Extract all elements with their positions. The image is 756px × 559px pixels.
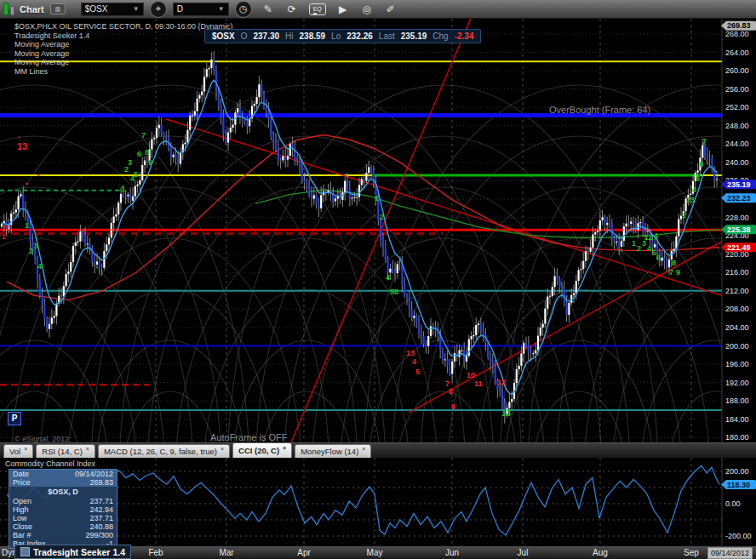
svg-text:4: 4 — [647, 244, 651, 253]
svg-text:4: 4 — [386, 273, 390, 282]
svg-text:8: 8 — [145, 148, 149, 157]
svg-text:244.00: 244.00 — [725, 140, 749, 148]
hi-label: Hi — [285, 31, 293, 41]
tab-macd[interactable]: MACD (12, 26, C, 9, false, true)× — [98, 444, 230, 458]
svg-text:13: 13 — [17, 141, 27, 151]
last-value: 235.19 — [401, 31, 427, 41]
quote-symbol: $OSX — [212, 31, 235, 41]
svg-text:1: 1 — [2, 233, 6, 241]
symbol-lookup-button[interactable]: ⌖ — [150, 1, 167, 18]
window-link-badge-icon[interactable]: ▥ — [50, 3, 66, 14]
month-label: Aug — [593, 548, 608, 557]
svg-text:5: 5 — [134, 170, 138, 179]
svg-text:235.19: 235.19 — [727, 180, 751, 189]
svg-text:13: 13 — [406, 349, 415, 357]
tab-moneyflow[interactable]: MoneyFlow (14)× — [295, 444, 371, 458]
svg-text:0.00: 0.00 — [725, 499, 741, 508]
interval-input[interactable]: D ▼ — [173, 3, 229, 16]
close-icon[interactable]: × — [220, 446, 224, 452]
legend-item: Tradesight Seeker 1.4 — [14, 31, 232, 41]
svg-text:12: 12 — [3, 224, 10, 231]
svg-text:1: 1 — [632, 239, 636, 248]
reload-button[interactable]: ⟳ — [284, 3, 301, 15]
indicator-tabbar: Vol× RSI (14, C)× MACD (12, 26, C, 9, fa… — [0, 442, 756, 458]
svg-text:8: 8 — [672, 259, 676, 267]
legend-item: MM Lines — [14, 67, 232, 77]
svg-text:118.30: 118.30 — [727, 481, 750, 489]
svg-text:12: 12 — [644, 233, 653, 242]
svg-text:7: 7 — [669, 268, 673, 277]
svg-text:248.00: 248.00 — [725, 122, 749, 130]
symbol-input[interactable]: $OSX ▼ — [81, 3, 144, 16]
svg-text:4: 4 — [654, 231, 658, 240]
interval-value: D — [177, 4, 183, 14]
svg-text:184.00: 184.00 — [725, 415, 749, 424]
tab-vol[interactable]: Vol× — [3, 444, 33, 458]
main-price-chart[interactable]: 1234123456789124581312345678912412345671… — [0, 19, 756, 442]
svg-text:269.83: 269.83 — [727, 21, 751, 30]
time-template-button[interactable]: ◷ — [235, 1, 252, 18]
eq-chat-button[interactable]: EQ — [309, 3, 326, 15]
svg-text:12: 12 — [497, 378, 506, 386]
svg-text:1: 1 — [682, 211, 686, 220]
copyright-label: © eSignal, 2012 — [14, 435, 69, 443]
svg-text:2: 2 — [380, 213, 384, 221]
svg-text:225.38: 225.38 — [727, 225, 751, 234]
month-label: Sep — [684, 548, 699, 557]
month-label: Jul — [518, 548, 529, 557]
svg-text:252.00: 252.00 — [725, 103, 749, 111]
p-badge[interactable]: P — [8, 412, 21, 425]
draw-pencil-button[interactable]: ✎ — [260, 3, 277, 15]
month-label: Feb — [148, 548, 163, 557]
svg-text:9: 9 — [451, 402, 455, 411]
svg-text:23: 23 — [686, 196, 695, 204]
alerts-button[interactable]: ◎ — [358, 3, 375, 15]
svg-text:216.00: 216.00 — [725, 268, 749, 277]
svg-text:•: • — [37, 171, 40, 179]
svg-text:2: 2 — [637, 244, 641, 253]
svg-text:13: 13 — [501, 408, 512, 418]
svg-text:7: 7 — [702, 138, 707, 147]
svg-text:196.00: 196.00 — [725, 360, 749, 368]
svg-text:208.00: 208.00 — [725, 305, 749, 313]
svg-text:240.00: 240.00 — [725, 158, 749, 167]
tab-rsi[interactable]: RSI (14, C)× — [36, 444, 95, 458]
svg-text:2: 2 — [29, 247, 33, 255]
quote-bar: $OSX O 237.30 Hi 238.59 Lo 232.26 Last 2… — [204, 29, 481, 43]
month-label: Mar — [219, 548, 233, 557]
svg-text:9: 9 — [676, 268, 680, 277]
tradesight-tooltip: Tradesight Seeker 1.4 — [14, 545, 131, 559]
tab-cci[interactable]: CCI (20, C)× — [232, 442, 292, 458]
svg-text:11: 11 — [474, 379, 483, 388]
month-label: May — [367, 548, 383, 557]
play-replay-button[interactable]: ▶ — [335, 3, 352, 15]
title-toolbar: Chart ▥ $OSX ▼ ⌖ D ▼ ◷ ✎ ⟳ EQ ▶ ◎ ✐ — [0, 0, 756, 19]
app-title: Chart — [20, 4, 44, 14]
svg-text:1: 1 — [121, 185, 125, 193]
chevron-down-icon: ▼ — [133, 5, 140, 13]
svg-text:6: 6 — [699, 160, 703, 168]
close-icon[interactable]: × — [86, 446, 89, 452]
marker-tool-button[interactable]: ✐ — [382, 3, 399, 15]
close-icon[interactable]: × — [24, 446, 27, 452]
lo-label: Lo — [331, 31, 341, 41]
hi-value: 238.59 — [300, 31, 326, 41]
overbought-label: OverBought (Frame: 64) — [549, 105, 650, 115]
symbol-value: $OSX — [85, 4, 108, 14]
svg-text:8: 8 — [449, 387, 453, 396]
svg-text:1: 1 — [375, 194, 379, 202]
close-icon[interactable]: × — [362, 446, 365, 452]
close-icon[interactable]: × — [283, 445, 286, 451]
month-label: Jun — [445, 548, 459, 557]
last-label: Last — [379, 31, 395, 41]
svg-text:204.00: 204.00 — [725, 323, 749, 332]
chg-label: Chg — [432, 31, 448, 41]
legend-title: $OSX,PHLX OIL SERVICE SECTOR, D, 09:30-1… — [14, 22, 232, 31]
svg-text:212.00: 212.00 — [725, 287, 749, 295]
svg-text:Commodity Channel Index: Commodity Channel Index — [5, 459, 96, 468]
svg-text:10: 10 — [467, 371, 475, 379]
svg-text:6: 6 — [137, 150, 141, 158]
svg-text:•: • — [26, 180, 28, 187]
databox-symbol: $OSX, D — [9, 487, 117, 497]
data-inspect-box: Date09/14/2012 Price269.83 $OSX, D Open2… — [9, 469, 117, 549]
